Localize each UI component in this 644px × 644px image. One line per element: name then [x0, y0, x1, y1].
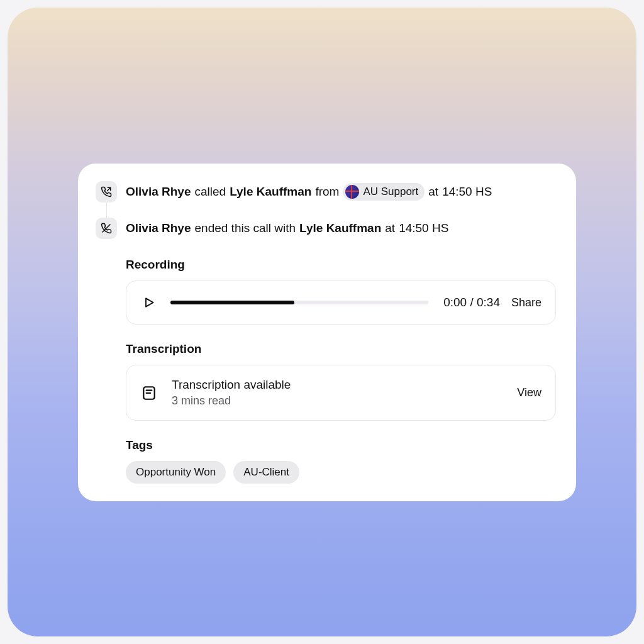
transcription-status: Transcription available	[172, 378, 291, 392]
svg-marker-1	[146, 298, 153, 306]
event-time: 14:50 HS	[399, 221, 448, 236]
tag-chip[interactable]: Opportunity Won	[126, 461, 226, 484]
progress-track[interactable]	[170, 301, 428, 304]
tags-row: Opportunity Won AU-Client	[126, 461, 556, 484]
transcription-panel: Transcription available 3 mins read View	[126, 365, 556, 421]
play-button[interactable]	[140, 294, 158, 311]
target-name: Lyle Kauffman	[299, 221, 381, 236]
total-time: 0:34	[477, 296, 500, 309]
event-time: 14:50 HS	[442, 184, 492, 200]
source-pill[interactable]: AU Support	[343, 183, 425, 201]
event-call-ended-text: Olivia Rhye ended this call with Lyle Ka…	[126, 221, 448, 236]
event-call-started: Olivia Rhye called Lyle Kauffman from AU…	[96, 181, 556, 203]
recording-title: Recording	[126, 258, 556, 272]
playback-time: 0:00 / 0:34	[443, 296, 500, 309]
document-icon	[140, 384, 158, 402]
tags-section: Tags Opportunity Won AU-Client	[126, 438, 556, 484]
recording-panel: 0:00 / 0:34 Share	[126, 280, 556, 325]
transcription-read-time: 3 mins read	[172, 394, 291, 408]
transcription-text: Transcription available 3 mins read	[172, 378, 291, 408]
at-word: at	[428, 184, 438, 200]
target-name: Lyle Kauffman	[230, 184, 311, 200]
progress-fill	[170, 301, 294, 304]
from-word: from	[315, 184, 339, 200]
phone-hangup-icon	[96, 218, 117, 239]
event-call-started-text: Olivia Rhye called Lyle Kauffman from AU…	[126, 183, 492, 201]
share-button[interactable]: Share	[511, 296, 541, 309]
flag-icon	[345, 185, 359, 199]
time-separator: /	[470, 296, 473, 309]
call-detail-content: Recording 0:00 / 0:34 Share	[126, 258, 556, 484]
recording-section: Recording 0:00 / 0:34 Share	[126, 258, 556, 325]
at-word: at	[385, 221, 395, 236]
verb: ended this call with	[195, 221, 296, 236]
call-activity-card: Olivia Rhye called Lyle Kauffman from AU…	[78, 164, 576, 501]
phone-outgoing-icon	[96, 181, 117, 203]
view-button[interactable]: View	[517, 386, 541, 399]
transcription-title: Transcription	[126, 342, 556, 356]
event-call-ended: Olivia Rhye ended this call with Lyle Ka…	[96, 218, 556, 239]
source-label: AU Support	[363, 185, 418, 199]
tag-chip[interactable]: AU-Client	[233, 461, 299, 484]
timeline-connector	[106, 203, 107, 218]
play-icon	[143, 296, 155, 309]
actor-name: Olivia Rhye	[126, 184, 191, 200]
svg-line-0	[103, 225, 110, 232]
verb: called	[195, 184, 226, 200]
gradient-background: Olivia Rhye called Lyle Kauffman from AU…	[8, 8, 636, 636]
elapsed-time: 0:00	[443, 296, 467, 309]
tags-title: Tags	[126, 438, 556, 452]
transcription-section: Transcription Transcription available 3 …	[126, 342, 556, 421]
actor-name: Olivia Rhye	[126, 221, 191, 236]
